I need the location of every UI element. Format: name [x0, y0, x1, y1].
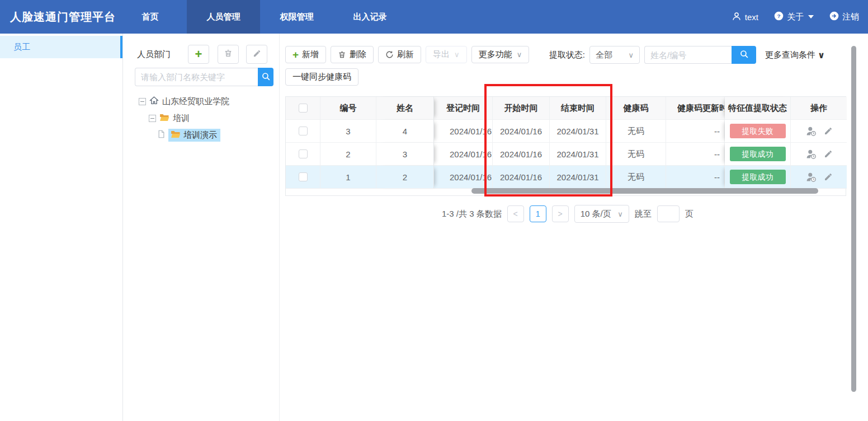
- more-query-link[interactable]: 更多查询条件 ∨: [765, 50, 825, 60]
- tab-personnel[interactable]: 人员管理: [187, 0, 260, 34]
- status-filter-select[interactable]: 全部 ∨: [589, 46, 640, 64]
- main-content: + 新增 删除 刷新 导出 ∨ 更多功能 ∨ 提取状态: 全部 ∨: [280, 34, 868, 421]
- help-circle-icon: ?: [774, 11, 784, 22]
- cell-health-code: 无码: [606, 143, 666, 166]
- vertical-scrollbar-thumb[interactable]: [851, 46, 856, 392]
- next-page-button[interactable]: >: [552, 205, 569, 222]
- tab-permissions[interactable]: 权限管理: [260, 0, 333, 34]
- plus-icon: +: [195, 48, 202, 60]
- folder-open-icon: [171, 130, 181, 141]
- add-label: 新增: [302, 49, 319, 60]
- tab-home[interactable]: 首页: [114, 0, 187, 34]
- cell-number: 2: [320, 143, 376, 166]
- face-sync-icon[interactable]: [805, 148, 817, 160]
- jump-page-input[interactable]: [657, 205, 680, 222]
- cell-end-time: 2024/01/31: [550, 166, 606, 189]
- toolbar-row2: 一键同步健康码: [285, 68, 358, 86]
- app-title: 人脸速通门管理平台: [10, 0, 116, 34]
- col-health-code-update-label: 健康码更新时间: [677, 103, 724, 114]
- more-query-label: 更多查询条件: [765, 50, 815, 60]
- face-sync-icon[interactable]: [805, 171, 817, 183]
- cell-health-code: 无码: [606, 120, 666, 143]
- delete-department-button[interactable]: [218, 45, 239, 64]
- cell-end-time: 2024/01/31: [550, 143, 606, 166]
- table-row: 3 4 2024/01/16 2024/01/16 2024/01/31 无码 …: [286, 120, 846, 143]
- cell-operation: [791, 166, 847, 189]
- sidebar-item-employee[interactable]: 员工: [0, 36, 122, 58]
- cell-register-time: 2024/01/16: [434, 166, 493, 189]
- add-button[interactable]: + 新增: [285, 46, 326, 63]
- prev-page-button[interactable]: <: [507, 205, 524, 222]
- cell-register-time-value: 2024/01/16: [450, 149, 492, 159]
- edit-icon[interactable]: [824, 149, 833, 158]
- cell-operation: [791, 120, 847, 143]
- plus-icon: +: [293, 49, 299, 60]
- col-start-time: 开始时间: [493, 97, 550, 120]
- delete-button[interactable]: 删除: [331, 46, 374, 63]
- more-functions-button[interactable]: 更多功能 ∨: [471, 46, 530, 63]
- chevron-down-icon: ∨: [628, 51, 634, 59]
- cell-number: 1: [320, 166, 376, 189]
- chevron-down-icon: ∨: [517, 50, 522, 59]
- chevron-down-icon: [808, 15, 814, 18]
- department-tree: 山东经贸职业学院 培训 培训演示: [123, 94, 280, 144]
- status-badge: 提取成功: [730, 170, 786, 184]
- edit-department-button[interactable]: [246, 45, 267, 64]
- row-checkbox[interactable]: [299, 127, 308, 135]
- edit-icon[interactable]: [824, 127, 833, 135]
- collapse-icon[interactable]: [149, 115, 156, 122]
- table-header-row: 编号 姓名 登记时间 开始时间 结束时间 健康码 健康码更新时间 特征值提取状态…: [286, 97, 846, 120]
- col-health-code-update: 健康码更新时间: [666, 97, 725, 120]
- export-label: 导出: [433, 49, 450, 60]
- cell-start-time: 2024/01/16: [493, 143, 550, 166]
- refresh-label: 刷新: [397, 49, 414, 60]
- filter-controls: 提取状态: 全部 ∨ 更多查询条件 ∨: [549, 46, 825, 64]
- tree-node-selected[interactable]: 培训演示: [168, 129, 220, 142]
- department-panel: 人员部门 + 山东经贸职业学院: [123, 34, 280, 421]
- col-feature-status: 特征值提取状态: [725, 97, 791, 120]
- tab-access-records[interactable]: 出入记录: [333, 0, 407, 34]
- user-menu[interactable]: text: [732, 11, 758, 23]
- horizontal-scrollbar-thumb[interactable]: [471, 188, 818, 194]
- search-icon: [739, 49, 749, 60]
- tree-node-college[interactable]: 山东经贸职业学院: [123, 94, 280, 109]
- cell-register-time-value: 2024/01/16: [450, 127, 492, 136]
- file-icon: [158, 130, 165, 140]
- name-search: [644, 46, 756, 64]
- name-search-input[interactable]: [644, 46, 732, 64]
- jump-label: 跳至: [635, 209, 652, 219]
- cell-number: 3: [320, 120, 376, 143]
- page-size-select[interactable]: 10 条/页 ∨: [574, 205, 629, 223]
- sync-health-code-label: 一键同步健康码: [293, 72, 351, 82]
- add-department-button[interactable]: +: [188, 45, 209, 64]
- top-navbar: 人脸速通门管理平台 首页 人员管理 权限管理 出入记录 text ? 关于 注销: [0, 0, 868, 34]
- row-checkbox[interactable]: [299, 172, 308, 181]
- user-label: text: [745, 12, 758, 22]
- sync-health-code-button[interactable]: 一键同步健康码: [285, 68, 358, 86]
- current-page-button[interactable]: 1: [530, 205, 546, 222]
- tree-node-label: 培训: [173, 113, 190, 124]
- department-search-button[interactable]: [258, 68, 273, 86]
- department-search-input[interactable]: [135, 68, 258, 86]
- row-checkbox[interactable]: [299, 149, 308, 158]
- nav-tabs: 首页 人员管理 权限管理 出入记录: [114, 0, 407, 34]
- face-sync-icon[interactable]: [805, 125, 817, 137]
- cell-name: 3: [376, 143, 434, 166]
- edit-icon[interactable]: [824, 172, 833, 181]
- tree-node-training-demo[interactable]: 培训演示: [123, 128, 280, 142]
- about-menu[interactable]: ? 关于: [774, 11, 814, 22]
- refresh-button[interactable]: 刷新: [378, 46, 421, 63]
- select-all-checkbox[interactable]: [299, 104, 308, 113]
- checkbox-cell: [286, 120, 320, 143]
- header-checkbox-cell: [286, 97, 320, 120]
- status-filter-value: 全部: [596, 50, 612, 60]
- department-search: [135, 68, 273, 86]
- export-button[interactable]: 导出 ∨: [426, 46, 467, 63]
- tree-node-training[interactable]: 培训: [123, 111, 280, 125]
- status-filter-label: 提取状态:: [549, 50, 585, 60]
- name-search-button[interactable]: [732, 46, 756, 64]
- cell-register-time: 2024/01/16: [434, 120, 493, 143]
- collapse-icon[interactable]: [139, 98, 146, 105]
- logout-button[interactable]: 注销: [829, 11, 859, 22]
- col-operation: 操作: [791, 97, 847, 120]
